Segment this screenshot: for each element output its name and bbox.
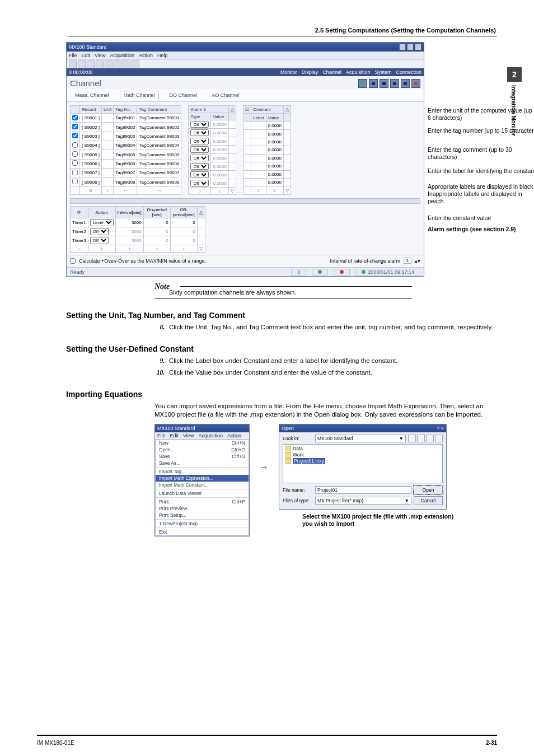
file-item[interactable]: Data: [285, 446, 440, 451]
tagcomment-cell[interactable]: TagComment 99004: [137, 141, 181, 150]
timer-off[interactable]: 0: [170, 236, 197, 245]
record-checkbox[interactable]: [72, 124, 78, 129]
tab-meas-channel[interactable]: Meas. Channel: [71, 91, 113, 100]
alarm-value-cell[interactable]: 0.0000: [211, 146, 228, 154]
unit-cell[interactable]: [102, 114, 114, 123]
filename-input[interactable]: Project01: [315, 486, 411, 494]
help-icon[interactable]: [132, 60, 139, 68]
desktop-icon[interactable]: [417, 435, 425, 442]
find-icon[interactable]: [123, 60, 130, 68]
menu-action[interactable]: Action: [139, 53, 153, 58]
constant-label-cell[interactable]: [251, 179, 266, 186]
alarm-type-cell[interactable]: Off: [189, 120, 211, 129]
constant-value-cell[interactable]: 0.0000: [266, 154, 283, 162]
rec-icon[interactable]: [369, 79, 378, 88]
tagno-cell[interactable]: Tag99008: [114, 178, 137, 186]
menu-item[interactable]: Print Preview: [156, 505, 249, 512]
rec-icon[interactable]: [390, 79, 399, 88]
constant-value-cell[interactable]: 0.0000: [266, 170, 283, 178]
menu-item[interactable]: Print Setup...: [156, 512, 249, 519]
record-checkbox[interactable]: [72, 160, 78, 166]
alarm-value-cell[interactable]: 0.0000: [211, 129, 228, 137]
menu-item[interactable]: SaveCtrl+S: [156, 453, 249, 460]
tagcomment-cell[interactable]: TagComment 99007: [137, 169, 181, 178]
alarm-type-cell[interactable]: Off: [189, 162, 211, 171]
state-display[interactable]: Display: [302, 69, 318, 75]
tab-ao-channel[interactable]: AO Channel: [208, 91, 243, 100]
constant-label-cell[interactable]: [251, 138, 266, 146]
rate-stepper[interactable]: ▴▾: [415, 258, 420, 264]
rate-value[interactable]: 1: [404, 258, 411, 264]
unit-cell[interactable]: [102, 123, 114, 132]
menu-item[interactable]: Save As...: [156, 460, 249, 466]
constant-label-cell[interactable]: [251, 162, 266, 170]
timer-interval[interactable]: 3600: [115, 236, 143, 245]
open-icon[interactable]: [78, 60, 86, 68]
menu-item[interactable]: Open...Ctrl+O: [156, 446, 249, 453]
menu-edit[interactable]: Edit: [170, 433, 179, 438]
record-checkbox[interactable]: [72, 115, 78, 120]
alarm-value-cell[interactable]: 0.0000: [211, 179, 228, 188]
record-checkbox[interactable]: [72, 142, 78, 148]
timer-interval[interactable]: 3600: [115, 227, 143, 236]
menu-item[interactable]: NewCtrl+N: [156, 440, 249, 446]
tagno-cell[interactable]: Tag99003: [114, 132, 137, 141]
tagno-cell[interactable]: Tag99002: [114, 123, 137, 132]
file-item[interactable]: Project01.mxp: [285, 458, 440, 464]
timer-on[interactable]: 0: [143, 236, 170, 245]
rec-icon[interactable]: [411, 79, 420, 88]
unit-cell[interactable]: [102, 159, 114, 168]
alarm-value-cell[interactable]: 0.0000: [211, 162, 228, 171]
alarm-type-cell[interactable]: Off: [189, 154, 211, 162]
record-checkbox[interactable]: [72, 151, 78, 157]
tagno-cell[interactable]: Tag99005: [114, 150, 137, 159]
record-checkbox[interactable]: [72, 133, 78, 138]
tagcomment-cell[interactable]: TagComment 99003: [137, 132, 181, 141]
timer-action[interactable]: Off: [88, 236, 115, 245]
timer-action[interactable]: Level: [88, 218, 115, 227]
tagno-cell[interactable]: Tag99001: [114, 114, 137, 123]
cancel-button[interactable]: Cancel: [414, 496, 443, 505]
alarm-type-cell[interactable]: Off: [189, 129, 211, 137]
alarm-type-cell[interactable]: Off: [189, 171, 211, 179]
record-checkbox[interactable]: [72, 179, 78, 184]
alarm-value-cell[interactable]: 0.0000: [211, 154, 228, 162]
menu-item[interactable]: Print...Ctrl+P: [156, 498, 249, 505]
menu-item[interactable]: Exit: [156, 529, 249, 535]
unit-cell[interactable]: [102, 169, 114, 178]
menu-item[interactable]: Import Tag...: [156, 468, 249, 475]
unit-cell[interactable]: [102, 178, 114, 186]
timer-off[interactable]: 0: [170, 218, 197, 227]
hscrollbar[interactable]: [70, 198, 420, 204]
constant-label-cell[interactable]: [251, 170, 266, 178]
menu-item[interactable]: 1 NewProject.mxp: [156, 520, 249, 527]
lookin-combo[interactable]: MX100 Standard▼: [315, 435, 406, 442]
timer-on[interactable]: 0: [143, 218, 170, 227]
constant-value-cell[interactable]: 0.0000: [266, 130, 283, 138]
rec-icon[interactable]: [358, 79, 367, 88]
save-icon[interactable]: [87, 60, 95, 68]
constant-value-cell[interactable]: 0.0000: [266, 162, 283, 170]
state-channel[interactable]: Channel: [322, 69, 341, 75]
tagcomment-cell[interactable]: TagComment 99002: [137, 123, 181, 132]
constant-label-cell[interactable]: [251, 146, 266, 154]
state-system[interactable]: System: [374, 69, 391, 75]
constant-value-cell[interactable]: 0.0000: [266, 179, 283, 186]
tagcomment-cell[interactable]: TagComment 99008: [137, 178, 181, 186]
state-acquisition[interactable]: Acquisition: [346, 69, 371, 75]
menu-item[interactable]: Import Math Constant...: [156, 482, 249, 488]
constant-label-cell[interactable]: [251, 122, 266, 129]
menu-view[interactable]: View: [183, 433, 194, 438]
timer-off[interactable]: 0: [170, 227, 197, 236]
new-icon[interactable]: [69, 60, 77, 68]
rec-icon[interactable]: [380, 79, 388, 88]
alarm-value-cell[interactable]: 0.0000: [211, 171, 228, 179]
tagcomment-cell[interactable]: TagComment 99001: [137, 114, 181, 123]
alarm-type-cell[interactable]: Off: [189, 179, 211, 188]
menu-acquisition[interactable]: Acquisition: [110, 53, 134, 58]
copy-icon[interactable]: [105, 60, 113, 68]
window-controls[interactable]: [399, 44, 421, 50]
tagcomment-cell[interactable]: TagComment 99005: [137, 150, 181, 159]
tagno-cell[interactable]: Tag99007: [114, 169, 137, 178]
alarm-value-cell[interactable]: 0.0000: [211, 137, 228, 146]
